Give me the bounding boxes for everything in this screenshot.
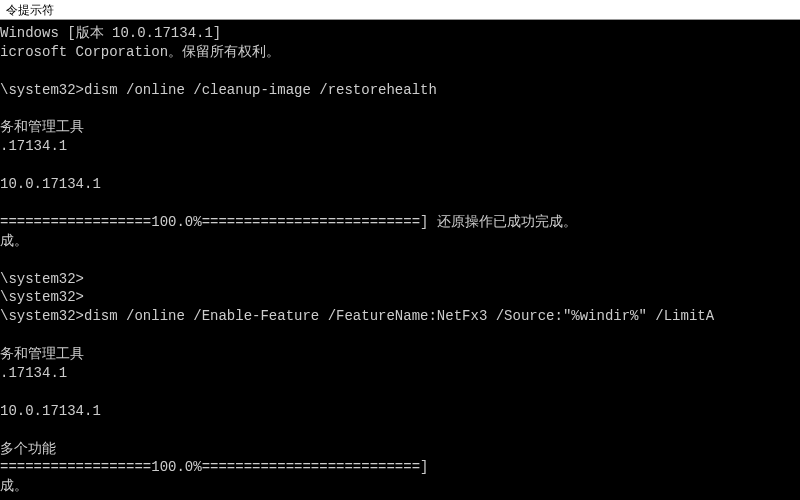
terminal-line — [0, 383, 800, 402]
terminal-line: 务和管理工具 — [0, 118, 800, 137]
terminal-line: .17134.1 — [0, 364, 800, 383]
terminal-line: 成。 — [0, 477, 800, 496]
terminal-line: Windows [版本 10.0.17134.1] — [0, 24, 800, 43]
terminal-line — [0, 251, 800, 270]
terminal-line — [0, 194, 800, 213]
terminal-output[interactable]: Windows [版本 10.0.17134.1]icrosoft Corpor… — [0, 20, 800, 500]
terminal-line: 10.0.17134.1 — [0, 175, 800, 194]
terminal-line — [0, 156, 800, 175]
terminal-line: .17134.1 — [0, 137, 800, 156]
window-title: 令提示符 — [6, 3, 54, 17]
title-bar: 令提示符 — [0, 0, 800, 20]
terminal-line: \system32> — [0, 288, 800, 307]
terminal-line — [0, 496, 800, 500]
terminal-line — [0, 326, 800, 345]
terminal-line: ==================100.0%================… — [0, 458, 800, 477]
terminal-line: \system32>dism /online /Enable-Feature /… — [0, 307, 800, 326]
terminal-line: 成。 — [0, 232, 800, 251]
terminal-line: ==================100.0%================… — [0, 213, 800, 232]
terminal-line: 10.0.17134.1 — [0, 402, 800, 421]
terminal-line: \system32> — [0, 270, 800, 289]
terminal-line — [0, 100, 800, 119]
terminal-line: \system32>dism /online /cleanup-image /r… — [0, 81, 800, 100]
terminal-line — [0, 62, 800, 81]
terminal-line: 多个功能 — [0, 440, 800, 459]
terminal-line: icrosoft Corporation。保留所有权利。 — [0, 43, 800, 62]
terminal-line — [0, 421, 800, 440]
terminal-line: 务和管理工具 — [0, 345, 800, 364]
